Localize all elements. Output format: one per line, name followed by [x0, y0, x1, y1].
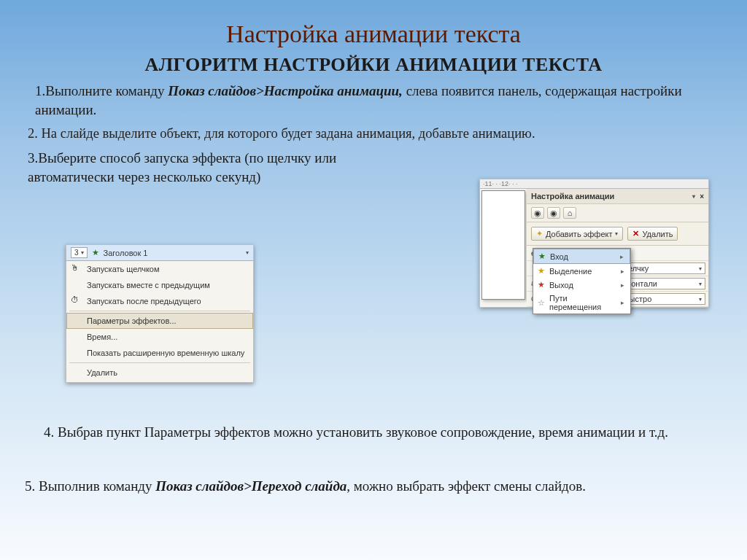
effect-item-header[interactable]: 3 ▾ ★ Заголовок 1 ▾	[66, 245, 253, 261]
forward-icon[interactable]: ◉	[547, 207, 560, 219]
step-3: 3.Выберите способ запуска эффекта (по ще…	[28, 149, 341, 186]
back-icon[interactable]: ◉	[531, 207, 544, 219]
step-5: 5. Выполнив команду Показ слайдов>Перехо…	[25, 477, 722, 497]
step-2: 2. На слайде выделите объект, для которо…	[28, 125, 719, 143]
menu-start-on-click[interactable]: 🖱Запускать щелчком	[66, 261, 253, 277]
page-title: Настройка анимации текста	[28, 20, 719, 48]
animation-pane: ·11· · ·12· · · Настройка анимации ▾ × ◉…	[479, 179, 709, 308]
page-subtitle: АЛГОРИТМ НАСТРОЙКИ АНИМАЦИИ ТЕКСТА	[28, 54, 719, 76]
slide-preview	[481, 190, 525, 300]
submenu-emphasis[interactable]: ★Выделение▸	[533, 264, 630, 278]
home-icon[interactable]: ⌂	[563, 207, 576, 219]
submenu-entrance[interactable]: ★Вход▸	[533, 249, 630, 264]
submenu-exit[interactable]: ★Выход▸	[533, 278, 630, 292]
menu-start-after-previous[interactable]: ⏱Запускать после предыдущего	[66, 293, 253, 309]
submenu-motion-paths[interactable]: ☆Пути перемещения▸	[533, 292, 630, 314]
step-4: 4. Выбрав пункт Параметры эффектов можно…	[44, 423, 703, 443]
menu-show-timeline[interactable]: Показать расширенную временную шкалу	[66, 345, 253, 361]
effect-context-menu: 3 ▾ ★ Заголовок 1 ▾ 🖱Запускать щелчком З…	[66, 244, 254, 383]
menu-start-with-previous[interactable]: Запускать вместе с предыдущим	[66, 277, 253, 293]
pane-title: Настройка анимации ▾ ×	[527, 189, 708, 204]
menu-effect-options[interactable]: Параметры эффектов...	[66, 313, 253, 329]
menu-delete[interactable]: Удалить	[66, 365, 253, 381]
delete-effect-button[interactable]: ✕Удалить	[627, 227, 678, 241]
ruler: ·11· · ·12· · ·	[480, 179, 708, 189]
add-effect-submenu: ★Вход▸ ★Выделение▸ ★Выход▸ ☆Пути перемещ…	[533, 248, 631, 314]
pane-nav: ◉ ◉ ⌂	[527, 204, 708, 222]
step-1: 1.Выполните команду Показ слайдов>Настро…	[35, 82, 712, 119]
add-effect-button[interactable]: ✦ Добавить эффект ▾	[531, 227, 623, 241]
menu-timing[interactable]: Время...	[66, 329, 253, 345]
